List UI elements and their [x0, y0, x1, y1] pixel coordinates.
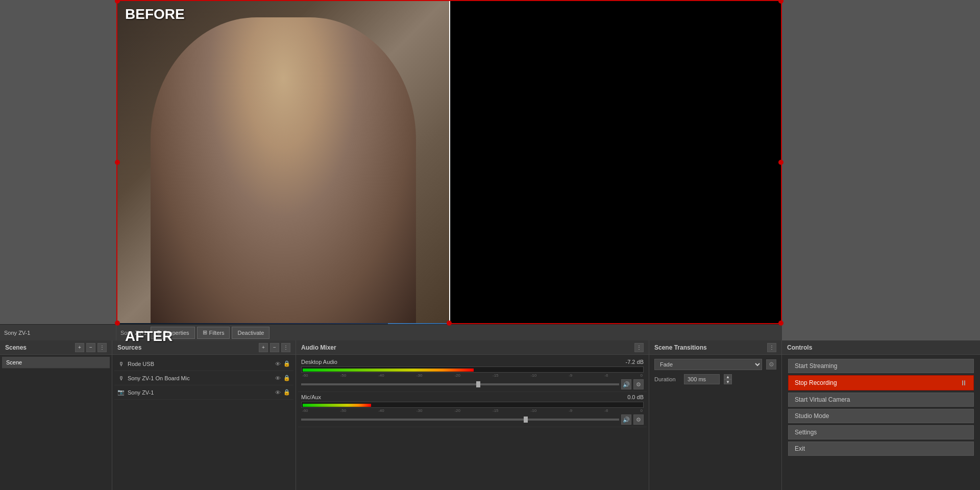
settings-button[interactable]: Settings [788, 425, 974, 439]
transition-type-row: Fade ⚙ [651, 357, 779, 372]
rode-visibility-btn[interactable]: 👁 [274, 360, 281, 368]
handle-middle-right[interactable] [778, 160, 783, 165]
sources-remove-btn[interactable]: − [270, 343, 279, 352]
scenes-remove-btn[interactable]: − [86, 343, 95, 352]
left-sidebar [0, 0, 116, 324]
handle-bottom-right[interactable] [778, 321, 783, 326]
sources-add-btn[interactable]: + [259, 343, 268, 352]
mic-mute-btn[interactable]: 🔊 [621, 414, 631, 425]
onboard-visibility-btn[interactable]: 👁 [274, 375, 281, 382]
audio-panel-header: Audio Mixer ⋮ [296, 340, 649, 355]
preview-divider [449, 1, 450, 323]
sources-title: Sources [117, 344, 141, 351]
scenes-menu-btn[interactable]: ⋮ [97, 343, 107, 352]
audio-channel-mic: Mic/Aux 0.0 dB -60-50-40-30-20-15-10-9-6… [298, 392, 647, 427]
after-label: AFTER [125, 328, 173, 345]
source-item-sony[interactable]: 📷 Sony ZV-1 👁 🔒 [114, 385, 293, 400]
start-virtual-camera-button[interactable]: Start Virtual Camera [788, 393, 974, 407]
source-item-rode[interactable]: 🎙 Rode USB 👁 🔒 [114, 357, 293, 371]
desktop-meter-bar [303, 369, 474, 372]
deactivate-button[interactable]: Deactivate [232, 327, 270, 339]
transitions-menu-btn[interactable]: ⋮ [767, 343, 776, 352]
preview-area: BEFORE AFTER [116, 0, 782, 324]
duration-row: Duration ▲ ▼ [651, 372, 779, 386]
sony-controls: 👁 🔒 [274, 389, 290, 396]
controls-content: Start Streaming Stop Recording ⏸ Start V… [782, 355, 980, 490]
preview-before: BEFORE [117, 1, 449, 323]
mic-meter [301, 402, 644, 408]
transition-gear-btn[interactable]: ⚙ [766, 359, 776, 370]
desktop-settings-btn[interactable]: ⚙ [633, 379, 644, 389]
rode-lock-btn[interactable]: 🔒 [283, 360, 290, 368]
sources-actions: + − ⋮ [259, 343, 290, 352]
bottom-panels: Scenes + − ⋮ Scene Sources + − ⋮ � [0, 340, 980, 490]
record-pause-icon: ⏸ [960, 379, 967, 387]
scenes-actions: + − ⋮ [75, 343, 107, 352]
rode-type-icon: 🎙 [117, 360, 125, 368]
desktop-meter [301, 366, 644, 373]
scenes-list: Scene [0, 355, 112, 490]
source-label-bar: Sony ZV-1 [0, 324, 116, 340]
handle-bottom-middle[interactable] [447, 321, 452, 326]
scene-item[interactable]: Scene [2, 357, 110, 369]
right-sidebar [782, 0, 980, 324]
transition-type-select[interactable]: Fade [654, 359, 762, 370]
audio-menu-btn[interactable]: ⋮ [634, 343, 644, 352]
audio-title: Audio Mixer [301, 344, 336, 351]
duration-spinner: ▲ ▼ [724, 374, 732, 384]
person-before [151, 17, 416, 323]
audio-panel: Audio Mixer ⋮ Desktop Audio -7.2 dB -60-… [296, 340, 649, 490]
mic-audio-header: Mic/Aux 0.0 dB [301, 394, 644, 400]
scenes-title: Scenes [5, 344, 27, 351]
duration-up-btn[interactable]: ▲ [724, 374, 732, 379]
scenes-add-btn[interactable]: + [75, 343, 84, 352]
sources-panel: Sources + − ⋮ 🎙 Rode USB 👁 🔒 🎙 Sony ZV-1… [112, 340, 296, 490]
onboard-controls: 👁 🔒 [274, 375, 290, 382]
controls-title: Controls [787, 344, 812, 351]
desktop-fader-track[interactable] [301, 383, 619, 385]
onboard-lock-btn[interactable]: 🔒 [283, 375, 290, 382]
handle-bottom-left[interactable] [115, 321, 120, 326]
audio-content: Desktop Audio -7.2 dB -60-50-40-30-20-15… [296, 355, 649, 490]
stop-recording-button[interactable]: Stop Recording ⏸ [788, 375, 974, 390]
duration-input[interactable] [684, 374, 720, 384]
transitions-content: Fade ⚙ Duration ▲ ▼ [649, 355, 781, 490]
desktop-fader-row: 🔊 ⚙ [301, 379, 644, 389]
source-item-onboard[interactable]: 🎙 Sony ZV-1 On Board Mic 👁 🔒 [114, 371, 293, 385]
filters-icon: ⊞ [203, 329, 207, 336]
handle-middle-left[interactable] [115, 160, 120, 165]
transitions-title: Scene Transitions [654, 344, 707, 351]
desktop-meter-ticks: -60-50-40-30-20-15-10-9-60 [301, 373, 644, 378]
desktop-mute-btn[interactable]: 🔊 [621, 379, 631, 389]
sony-type-icon: 📷 [117, 389, 125, 396]
source-label: Sony ZV-1 [4, 330, 30, 336]
start-streaming-button[interactable]: Start Streaming [788, 359, 974, 373]
scenes-panel: Scenes + − ⋮ Scene [0, 340, 112, 490]
desktop-fader-thumb[interactable] [476, 381, 480, 387]
before-label: BEFORE [125, 6, 185, 22]
mic-fader-track[interactable] [301, 419, 619, 421]
scenes-panel-header: Scenes + − ⋮ [0, 340, 112, 355]
sources-list: 🎙 Rode USB 👁 🔒 🎙 Sony ZV-1 On Board Mic … [112, 355, 296, 490]
mic-fader-thumb[interactable] [524, 416, 528, 423]
studio-mode-button[interactable]: Studio Mode [788, 409, 974, 423]
sony-lock-btn[interactable]: 🔒 [283, 389, 290, 396]
mic-settings-btn[interactable]: ⚙ [633, 414, 644, 425]
toolbar: Sony ZV-1 ⚙ Properties ⊞ Filters Deactiv… [116, 324, 782, 340]
transitions-panel: Scene Transitions ⋮ Fade ⚙ Duration ▲ ▼ [649, 340, 782, 490]
onboard-type-icon: 🎙 [117, 375, 125, 382]
sony-visibility-btn[interactable]: 👁 [274, 389, 281, 396]
controls-panel-header: Controls [782, 340, 980, 355]
audio-actions: ⋮ [634, 343, 644, 352]
exit-button[interactable]: Exit [788, 442, 974, 456]
duration-down-btn[interactable]: ▼ [724, 379, 732, 384]
filters-button[interactable]: ⊞ Filters [197, 327, 230, 339]
controls-panel: Controls Start Streaming Stop Recording … [782, 340, 980, 490]
transitions-actions: ⋮ [767, 343, 776, 352]
rode-controls: 👁 🔒 [274, 360, 290, 368]
mic-fader-row: 🔊 ⚙ [301, 414, 644, 425]
transitions-panel-header: Scene Transitions ⋮ [649, 340, 781, 355]
mic-meter-bar [303, 404, 371, 407]
sources-menu-btn[interactable]: ⋮ [281, 343, 290, 352]
desktop-audio-header: Desktop Audio -7.2 dB [301, 359, 644, 365]
